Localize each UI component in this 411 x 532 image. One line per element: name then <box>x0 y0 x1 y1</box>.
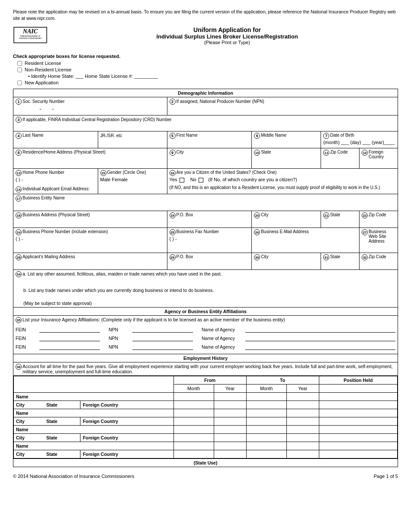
emp-city-to-month-3 <box>246 434 286 442</box>
trade-names-cell: 34 a. List any other assumed, fictitious… <box>13 270 398 308</box>
emp-city-position-1 <box>319 401 397 409</box>
title-line2: Individual Surplus Lines Broker License/… <box>56 33 398 40</box>
street-cell: 8 Residence/Home Address (Physical Stree… <box>13 148 167 169</box>
emp-city-from-year-4 <box>214 450 246 458</box>
field21-number: 21 <box>323 212 329 218</box>
emp-row2-city: City State Foreign Country <box>14 417 398 426</box>
ssn-label: Soc. Security Number <box>22 99 64 104</box>
field18-number: 18 <box>16 212 22 218</box>
middlename-cell: 6 Middle Name <box>252 131 321 148</box>
mailing-zip-label: Zip Code <box>369 254 386 259</box>
non-resident-license-label: Non-Resident License <box>25 67 71 72</box>
crd-value <box>22 122 395 130</box>
new-application-checkbox[interactable] <box>17 80 22 85</box>
business-phone-label: Business Phone Number (include extension… <box>22 229 108 234</box>
field27-number: 27 <box>362 229 368 235</box>
employment-col-header-row: From To Position Held <box>14 376 398 385</box>
mailing-state-label: State <box>330 254 340 259</box>
agency-name-value-3 <box>245 344 395 350</box>
emp-from-year-3 <box>214 426 246 434</box>
fein-value-2 <box>39 335 100 341</box>
trade-names-b: b. List any trade names under which you … <box>16 288 395 293</box>
new-application-item: New Application <box>17 80 398 85</box>
yes-checkbox[interactable] <box>180 178 184 183</box>
emp-from-year-4 <box>214 442 246 450</box>
trade-names-b-value <box>16 295 395 300</box>
business-city-label: City <box>261 212 268 217</box>
business-fax-value: ( ) - <box>170 235 250 243</box>
lastname-label: Last Name <box>22 133 43 138</box>
check-section: Check appropriate boxes for license requ… <box>13 54 398 85</box>
no-checkbox[interactable] <box>199 178 203 183</box>
npn-value-2 <box>132 335 193 341</box>
intro-text: Please note the application may be revis… <box>13 9 398 21</box>
crd-cell: 3 If applicable, FINRA Individual Centra… <box>13 115 398 131</box>
business-zip-label: Zip Code <box>369 212 386 217</box>
emp-country-label-3: Foreign Country <box>80 434 173 442</box>
mailing-state-cell: 31 State <box>321 253 360 270</box>
print-note: (Please Print or Type) <box>56 40 398 45</box>
non-resident-license-checkbox[interactable] <box>17 67 22 72</box>
field11-number: 11 <box>323 150 329 156</box>
foreign-country-value <box>362 159 395 167</box>
business-zip-value <box>362 218 395 226</box>
emp-city-from-month-4 <box>173 450 214 458</box>
field24-number: 24 <box>16 229 22 235</box>
ssn-cell: 1 Soc. Security Number - - <box>13 97 167 115</box>
field25-number: 25 <box>170 229 176 235</box>
state-label: State <box>261 150 271 154</box>
business-name-label: Business Entity Name <box>22 195 65 200</box>
mailing-pobox-cell: 29 P.O. Box <box>167 253 252 270</box>
field3-number: 3 <box>16 117 22 123</box>
emp-row4-name: Name <box>14 442 398 450</box>
non-resident-sub: • Identify Home State: ___ Home State Li… <box>28 74 398 79</box>
address-row: 8 Residence/Home Address (Physical Stree… <box>13 148 398 169</box>
field5-number: 5 <box>170 133 176 139</box>
state-value <box>254 156 318 163</box>
field20-number: 20 <box>254 212 260 218</box>
dob-cell: 7 Date of Birth (month) ___ (day) ___ (y… <box>321 131 398 148</box>
mailing-zip-value <box>362 260 395 268</box>
foreign-country-cell: 12 Foreign Country <box>360 148 398 169</box>
field6-number: 6 <box>254 133 260 139</box>
emp-position-1 <box>319 393 397 401</box>
emp-state-label-3: State <box>44 434 80 442</box>
mailing-city-value <box>254 260 318 268</box>
business-email-cell: 26 Business E-Mail Address <box>252 228 360 253</box>
emp-name-label-2: Name <box>14 409 174 417</box>
emp-city-position-4 <box>319 450 397 458</box>
dob-value: (month) ___ (day) ___ (year)____ <box>323 139 395 147</box>
resident-license-item: Resident License <box>17 61 398 66</box>
emp-from-month-1 <box>173 393 214 401</box>
citizen-label: Are you a Citizen of the United States? … <box>177 170 277 175</box>
position-sub-header <box>319 385 397 393</box>
check-section-label: Check appropriate boxes for license requ… <box>13 54 398 59</box>
yes-label: Yes <box>170 177 177 182</box>
trade-names-a-label: a. List any other assumed, fictitious, a… <box>22 271 222 276</box>
jrsr-cell: JR./SR. etc <box>98 131 167 148</box>
resident-license-checkbox[interactable] <box>17 61 22 66</box>
emp-row3-name: Name <box>14 426 398 434</box>
foreign-country-label: Foreign Country <box>369 150 395 159</box>
emp-to-month-4 <box>246 442 286 450</box>
trade-names-row: 34 a. List any other assumed, fictitious… <box>13 270 398 308</box>
field14-number: 14 <box>16 186 22 192</box>
emp-city-to-year-1 <box>286 401 319 409</box>
field2-number: 2 <box>170 99 176 105</box>
employment-table-cell: From To Position Held Month Year Month Y… <box>13 376 398 459</box>
emp-from-month-3 <box>173 426 214 434</box>
emp-row4-city: City State Foreign Country <box>14 450 398 458</box>
business-name-cell: 17 Business Entity Name <box>13 194 398 211</box>
business-street-label: Business Address (Physical Street) <box>22 212 90 217</box>
state-cell: 10 State <box>252 148 321 169</box>
mailing-city-cell: 30 City <box>252 253 321 270</box>
name-row: 4 Last Name JR./SR. etc 5 First Name 6 M… <box>13 131 398 148</box>
gender-cell: 15 Gender (Circle One) Male Female <box>98 169 167 194</box>
business-phone-cell: 24 Business Phone Number (include extens… <box>13 228 167 253</box>
emp-city-label-2: City <box>14 417 44 426</box>
npn-label-1: NPN <box>109 327 124 332</box>
mailing-pobox-label: P.O. Box <box>177 254 193 259</box>
business-state-value <box>323 218 357 226</box>
gender-value: Male Female <box>100 176 165 184</box>
emp-name-label-4: Name <box>14 442 174 450</box>
